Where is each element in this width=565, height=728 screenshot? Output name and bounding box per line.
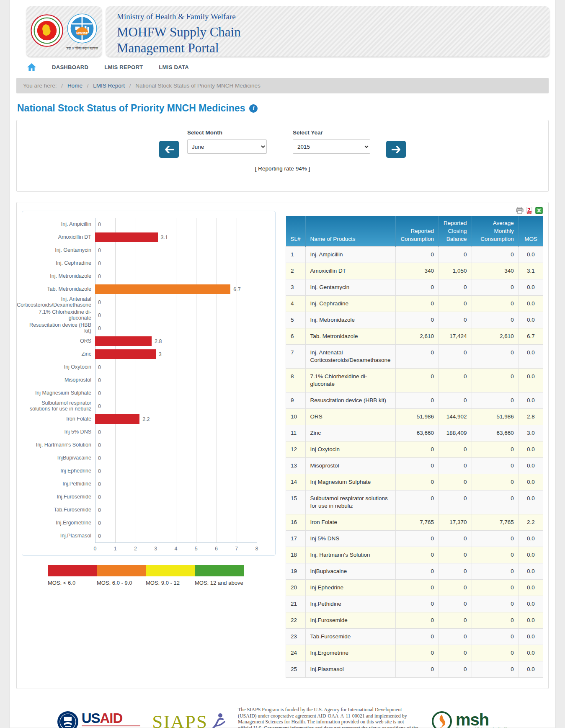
table-cell: 2,610: [395, 328, 439, 345]
chart-plot: 03.10006.70002.8300002.2000000000: [95, 218, 257, 543]
table-cell: 0: [439, 531, 472, 547]
table-cell: 0: [472, 474, 519, 490]
table-cell: 0: [439, 345, 472, 369]
table-cell: 0.0: [519, 563, 543, 580]
table-cell: 0.0: [519, 369, 543, 392]
usaid-wordmark-us: US: [82, 710, 100, 726]
bar: [95, 284, 230, 294]
previous-month-button[interactable]: [159, 141, 179, 158]
table-cell: 0: [439, 580, 472, 596]
breadcrumb: You are here: / Home / LMIS Report / Nat…: [16, 78, 549, 93]
table-cell: 6: [286, 328, 306, 345]
chart-category-label: Inj. Ampicillin: [25, 218, 95, 231]
legend-item: MOS: 6.0 - 9.0: [97, 565, 146, 586]
next-month-button[interactable]: [386, 141, 406, 158]
column-header: SL#: [286, 216, 306, 247]
table-cell: 0: [472, 312, 519, 328]
chart-bar-row: 2.8: [95, 335, 257, 348]
bar: [95, 414, 139, 424]
table-row: 10ORS51,986144,90251,9862.8: [286, 409, 543, 425]
print-icon[interactable]: [516, 207, 524, 214]
chart-bar-row: 0: [95, 361, 257, 374]
table-cell: 0: [472, 661, 519, 678]
usaid-logo: USAID FROM THE AMERICAN PEOPLE: [57, 711, 141, 728]
bar-value-label: 6.7: [233, 287, 240, 292]
table-cell: 1: [286, 247, 306, 263]
table-cell: 0: [472, 563, 519, 580]
chart-category-label: Inj Magnesium Sulphate: [25, 387, 95, 400]
product-name-cell: Inj.Plasmasol: [305, 661, 395, 678]
table-cell: 0.0: [519, 580, 543, 596]
table-cell: 51,986: [395, 409, 439, 425]
table-cell: 0: [395, 490, 439, 514]
bar-value-label: 0: [98, 325, 101, 331]
table-row: 22Inj.Furosemide0000.0: [286, 612, 543, 629]
nav-item-lmis-data[interactable]: LMIS DATA: [159, 64, 189, 70]
chart-category-label: Inj. Metronidazole: [25, 270, 95, 283]
table-cell: 0: [395, 296, 439, 312]
table-cell: 0.0: [519, 458, 543, 474]
chart-bar-row: 0: [95, 452, 257, 465]
nav-item-dashboard[interactable]: DASHBOARD: [52, 64, 88, 70]
x-axis-tick: 2: [134, 546, 137, 552]
table-row: 20Inj Ephedrine0000.0: [286, 580, 543, 596]
bar-value-label: 0: [98, 533, 101, 539]
table-cell: 23: [286, 629, 306, 645]
product-name-cell: Iron Folate: [305, 514, 395, 531]
home-icon[interactable]: [27, 63, 36, 71]
chart-bar-row: 3.1: [95, 231, 257, 244]
table-cell: 0: [439, 392, 472, 409]
hpnsdp-band-label: HPNSDP: [76, 32, 88, 35]
usaid-tagline: FROM THE AMERICAN PEOPLE: [82, 725, 141, 728]
table-row: 11Zinc63,660188,40963,6603.0: [286, 425, 543, 441]
table-cell: 0: [395, 474, 439, 490]
year-select[interactable]: 2015: [293, 139, 370, 154]
chart-category-label: Resuscitation device (HBB kit): [25, 322, 95, 335]
table-cell: 10: [286, 409, 306, 425]
product-name-cell: Inj. Cephradine: [305, 296, 395, 312]
chart-category-labels: Inj. AmpicillinAmoxicillin DTInj. Gentam…: [25, 218, 95, 543]
mos-legend: MOS: < 6.0MOS: 6.0 - 9.0MOS: 9.0 - 12MOS…: [48, 565, 276, 586]
bar-value-label: 0: [98, 403, 101, 409]
table-cell: 0.0: [519, 441, 543, 458]
chart-category-label: Inj.Pethidine: [25, 478, 95, 490]
breadcrumb-prefix: You are here:: [23, 83, 57, 89]
legend-item: MOS: < 6.0: [48, 565, 97, 586]
seal-caption: স্বাস্থ্য ও পরিবার কল্যাণ মন্ত্রণালয়: [66, 46, 98, 50]
funding-statement: The SIAPS Program is funded by the U.S. …: [238, 707, 419, 728]
portal-title-line2: Management Portal: [117, 40, 541, 56]
chart-bar-row: 0: [95, 218, 257, 231]
nav-item-lmis-report[interactable]: LMIS REPORT: [104, 64, 143, 70]
breadcrumb-link-lmis-report[interactable]: LMIS Report: [93, 83, 125, 89]
content-panel: Inj. AmpicillinAmoxicillin DTInj. Gentam…: [16, 202, 549, 689]
product-name-cell: 7.1% Chlorhexidine di-gluconate: [305, 369, 395, 392]
x-axis-tick: 8: [255, 546, 258, 552]
table-cell: 0: [395, 369, 439, 392]
product-name-cell: Amoxicillin DT: [305, 263, 395, 279]
bar-value-label: 0: [98, 520, 101, 526]
table-cell: 0: [395, 458, 439, 474]
breadcrumb-link-home[interactable]: Home: [67, 83, 83, 89]
chart-bar-row: 0: [95, 439, 257, 452]
chart-bar-row: 0: [95, 270, 257, 283]
logo-box: HPNSDP স্বাস্থ্য ও পরিবার কল্যাণ মন্ত্রণ…: [26, 6, 102, 57]
table-cell: 0: [395, 661, 439, 678]
siaps-logo: SIAPS: [152, 712, 226, 728]
product-name-cell: Inj 5% DNS: [305, 531, 395, 547]
table-cell: 0: [439, 645, 472, 661]
x-axis-tick: 3: [154, 546, 157, 552]
table-section: PDF SL#Name of ProductsReported Consumpt…: [286, 206, 543, 678]
month-select[interactable]: June: [187, 139, 267, 154]
bar-value-label: 0: [98, 248, 101, 253]
pdf-export-icon[interactable]: PDF: [526, 207, 533, 214]
table-cell: 0: [472, 392, 519, 409]
table-cell: 7,765: [395, 514, 439, 531]
chart-bar-row: 2.2: [95, 413, 257, 426]
excel-export-icon[interactable]: [535, 207, 543, 214]
legend-swatch: [195, 565, 244, 576]
table-cell: 2: [286, 263, 306, 279]
mos-bar-chart: Inj. AmpicillinAmoxicillin DTInj. Gentam…: [22, 211, 276, 556]
table-header: SL#Name of ProductsReported ConsumptionR…: [286, 216, 543, 247]
info-icon[interactable]: i: [249, 104, 258, 113]
table-cell: 3.0: [519, 425, 543, 441]
